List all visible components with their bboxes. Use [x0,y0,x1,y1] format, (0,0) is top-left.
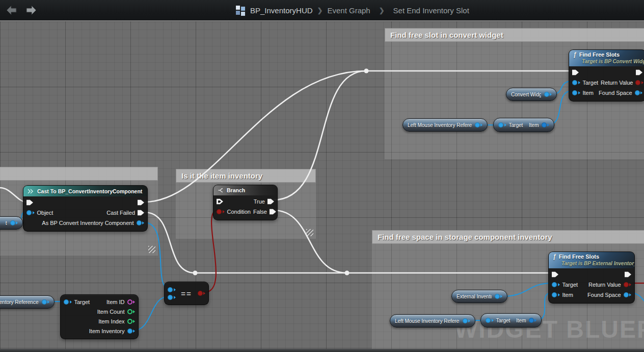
getter-convert-widget[interactable]: Convert Widget [506,88,557,101]
pin-label: Condition [227,209,251,215]
pin-label: Object [37,210,53,216]
getter-left-mouse-inventory-reference-bottom[interactable]: Left Mouse Inventory Reference [390,314,475,328]
node-subtitle: Target is BP Convert Widget [573,58,641,65]
pin-label: Target [583,80,599,86]
target-pin[interactable] [486,318,494,323]
item-id-pin[interactable] [127,299,136,305]
pin-label: Target [74,299,90,305]
exec-out-pin[interactable] [636,69,642,76]
pin-label: Item Index [98,318,124,324]
target-pin[interactable] [498,122,506,128]
pin-label: Target [509,122,523,128]
comment-header[interactable] [0,167,158,181]
node-find-free-slots-external[interactable]: ƒ Find Free Slots Target is BP External … [548,252,635,304]
comment-resize-handle[interactable] [306,229,313,236]
exec-in-pin[interactable] [217,198,223,205]
comment-title: Find free slot in convert widget [390,31,503,39]
getter-clipped-top[interactable]: t [0,216,23,230]
exec-out-pin[interactable] [625,271,631,278]
output-pin[interactable] [463,318,471,323]
return-value-pin[interactable] [624,282,632,287]
comment-resize-handle[interactable] [148,246,155,253]
graph-toolbar: BP_InventoryHUD ❯ Event Graph ❯ Set End … [0,0,644,20]
true-exec-pin[interactable] [267,198,274,205]
getter-left-mouse-inventory-reference-top[interactable]: Left Mouse Inventory Reference [403,118,488,132]
getter-label: nventory Reference [0,299,39,305]
pin-label: Return Value [588,282,621,288]
exec-in-pin[interactable] [572,69,579,76]
false-exec-pin[interactable] [270,209,276,215]
item-inventory-pin[interactable] [127,329,136,334]
item-pin[interactable] [572,90,580,95]
node-get-item-top[interactable]: Target Item [493,118,554,132]
node-header[interactable]: Branch [213,185,277,195]
item-pin[interactable] [552,292,560,297]
pin-label: Item Count [97,309,125,315]
pin-label: Found Space [599,90,632,96]
target-pin[interactable] [572,80,580,85]
comment-header[interactable]: Find free slot in convert widget [385,28,644,42]
comment-header[interactable]: Is it the item inventory [176,169,316,183]
exec-in-pin[interactable] [552,271,558,278]
forward-button[interactable] [23,4,39,17]
function-icon: ƒ [573,52,577,58]
output-pin[interactable] [475,122,483,128]
getter-label: t [6,220,7,226]
comment-header[interactable]: Find free space in storage component inv… [372,230,644,244]
blueprint-asset-icon [235,5,246,16]
output-pin[interactable] [42,299,50,305]
node-title: Cast To BP_ConvertInventoryComponent [37,188,142,194]
pin-label: Item [516,318,526,323]
breadcrumb-separator-icon: ❯ [379,7,385,14]
exec-in-pin[interactable] [26,199,33,206]
branch-icon [218,187,224,193]
node-find-free-slots-convert[interactable]: ƒ Find Free Slots Target is BP Convert W… [569,49,644,102]
node-title: Find Free Slots [579,52,620,58]
getter-clipped-inventory-reference[interactable]: nventory Reference [0,295,55,309]
as-component-pin[interactable] [137,220,145,225]
equals-input-a-pin[interactable] [168,287,176,292]
return-value-pin[interactable] [635,80,643,85]
breadcrumb-separator-icon: ❯ [317,7,323,14]
equals-result-pin[interactable] [198,291,206,296]
breadcrumb-item-blueprint[interactable]: BP_InventoryHUD [250,6,313,15]
item-count-pin[interactable] [127,309,136,314]
target-pin[interactable] [552,282,560,287]
node-title: Find Free Slots [559,254,599,260]
output-pin[interactable] [544,92,552,97]
getter-label: Convert Widget [511,92,541,97]
equals-label: == [176,289,198,298]
output-pin[interactable] [495,294,503,299]
back-button[interactable] [4,4,19,17]
node-get-item-bottom[interactable]: Target Item [480,313,542,328]
node-header[interactable]: ƒ Find Free Slots Target is BP External … [549,252,634,268]
found-space-pin[interactable] [624,292,632,297]
pin-label: Item [583,90,594,96]
item-index-pin[interactable] [127,319,136,324]
exec-out-pin[interactable] [138,199,144,206]
breadcrumb-item-event-graph[interactable]: Event Graph [327,6,370,15]
output-pin[interactable] [10,220,18,225]
function-icon: ƒ [553,254,556,260]
cast-failed-pin[interactable] [138,210,144,216]
node-header[interactable]: Cast To BP_ConvertInventoryComponent [23,186,147,196]
target-pin[interactable] [64,299,72,305]
node-equal-equal[interactable]: == [164,282,209,305]
equals-input-b-pin[interactable] [168,295,176,300]
found-space-pin[interactable] [635,90,643,95]
pin-label: Item [562,292,573,298]
object-pin[interactable] [26,210,35,215]
getter-external-inventory[interactable]: External Inventory [451,290,507,303]
breadcrumb-item-function[interactable]: Set End Inventory Slot [393,6,469,15]
blueprint-editor-window: Is it the item inventory Find free slot … [0,0,644,352]
node-header[interactable]: ƒ Find Free Slots Target is BP Convert W… [569,50,644,66]
pin-label: Target [562,282,578,288]
item-pin[interactable] [529,318,537,323]
condition-pin[interactable] [217,209,225,214]
node-cast-to-bp-convertinventorycomponent[interactable]: Cast To BP_ConvertInventoryComponent Obj… [23,185,148,232]
cast-icon [28,189,34,194]
comment-title: Find free space in storage component inv… [378,233,552,241]
node-break-item[interactable]: Target Item ID Item Count Item Index Ite… [60,294,139,339]
item-pin[interactable] [542,122,550,128]
node-branch[interactable]: Branch True Condition False [213,185,278,220]
